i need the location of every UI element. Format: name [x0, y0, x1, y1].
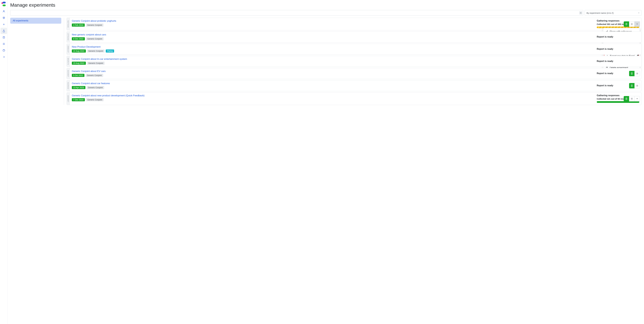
type-badge: Generic Conjoint: [86, 86, 104, 89]
rail-plus[interactable]: [0, 21, 7, 27]
type-badge: Generic Conjoint: [86, 74, 103, 77]
date-badge: 13 Apr 2023: [72, 86, 86, 89]
experiment-id: 183287: [67, 93, 70, 105]
experiment-id: 302574: [67, 56, 70, 67]
experiment-title[interactable]: Generic Conjoint about car features: [72, 82, 594, 85]
date-badge: 5 Oct 2022: [72, 74, 84, 77]
vertical-divider: [64, 18, 64, 105]
type-badge: Generic Conjoint: [86, 37, 104, 40]
experiment-actions: ▼: [624, 96, 640, 101]
experiment-id: 298137: [67, 44, 70, 55]
search-box[interactable]: ✕: [10, 10, 583, 16]
app-logo: [2, 2, 6, 6]
piping-badge: Piping: [106, 49, 114, 53]
settings-button[interactable]: [629, 21, 634, 27]
experiment-title[interactable]: New Product Development: [72, 45, 594, 48]
rail-list[interactable]: [0, 41, 7, 47]
rail-help[interactable]: [0, 47, 7, 54]
experiment-list: 527316Generic Conjoint about probiotic y…: [66, 18, 642, 105]
toolbar: ✕ By experiment name (A to Z) ▼: [10, 10, 642, 16]
experiment-id: 422022: [67, 80, 70, 91]
open-report-button[interactable]: [624, 21, 629, 27]
experiment-title[interactable]: Generic Conjoint about probiotic yoghurt…: [72, 19, 594, 22]
status-text: Report is ready: [597, 35, 639, 38]
rail-stack[interactable]: [0, 15, 7, 21]
experiment-title[interactable]: Generic Conjoint about EV cars: [72, 70, 594, 73]
experiment-id: 274142: [67, 32, 70, 42]
icon-rail: [0, 0, 8, 324]
rail-expand[interactable]: [0, 54, 7, 60]
status-text: Report is ready: [597, 60, 639, 62]
settings-button[interactable]: [634, 71, 640, 76]
open-report-button[interactable]: [629, 71, 634, 76]
experiment-card: 302574Generic Conjoint about In-car ente…: [66, 56, 642, 67]
experiment-actions: [629, 83, 640, 88]
experiment-card: 298137New Product Development22 Aug 2022…: [66, 44, 642, 55]
date-badge: 2 Feb 2024: [72, 23, 85, 27]
experiment-actions: [629, 71, 640, 76]
experiment-actions: ▼Share with colleaguesDuplicateExport to…: [624, 21, 640, 27]
chevron-down-icon: ▼: [638, 12, 640, 14]
rail-user[interactable]: [0, 8, 7, 14]
progress-bar: [597, 101, 639, 103]
date-badge: 23 Aug 2022: [72, 62, 86, 65]
experiment-title[interactable]: New generic conjoint about cars: [72, 33, 594, 36]
settings-button[interactable]: [634, 83, 640, 88]
clear-search-button[interactable]: ✕: [579, 11, 582, 14]
experiment-card: 323397Generic Conjoint about EV cars5 Oc…: [66, 68, 642, 79]
type-badge: Generic Conjoint: [87, 62, 104, 65]
experiment-title[interactable]: Generic Conjoint about In-car entertainm…: [72, 58, 594, 60]
filter-all-experiments[interactable]: All experiments: [10, 18, 61, 24]
experiment-card: 422022Generic Conjoint about car feature…: [66, 80, 642, 91]
svg-point-0: [3, 10, 4, 11]
sort-select[interactable]: By experiment name (A to Z) ▼: [585, 10, 642, 16]
rail-experiments[interactable]: [0, 28, 7, 34]
type-badge: Generic Conjoint: [86, 98, 104, 101]
open-report-button[interactable]: [624, 96, 629, 101]
sort-label: By experiment name (A to Z): [586, 12, 614, 14]
experiment-card: 183287Generic Conjoint about new product…: [66, 92, 642, 105]
page-title: Manage experiments: [10, 2, 642, 8]
more-actions-button[interactable]: ▼: [634, 21, 640, 27]
experiment-card: 274142New generic conjoint about cars8 D…: [66, 31, 642, 42]
experiment-id: 527316: [67, 18, 70, 30]
settings-button[interactable]: [629, 96, 634, 101]
experiment-title[interactable]: Generic Conjoint about new product devel…: [72, 94, 594, 97]
rail-book[interactable]: [0, 34, 7, 40]
experiment-card: 527316Generic Conjoint about probiotic y…: [66, 18, 642, 30]
date-badge: 22 Aug 2022: [72, 49, 86, 53]
more-actions-button[interactable]: ▼: [634, 96, 640, 101]
type-badge: Generic Conjoint: [87, 49, 104, 53]
type-badge: Generic Conjoint: [86, 23, 104, 27]
experiment-id: 323397: [67, 68, 70, 79]
status-text: Report is ready: [597, 48, 639, 50]
date-badge: 7 Dec 2023: [72, 98, 85, 101]
date-badge: 8 Dec 2022: [72, 37, 85, 40]
search-input[interactable]: [12, 12, 578, 14]
open-report-button[interactable]: [629, 83, 634, 88]
